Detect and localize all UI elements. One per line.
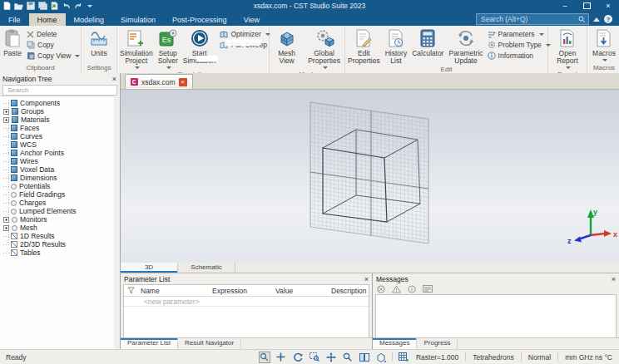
- details-icon[interactable]: [423, 285, 433, 293]
- search-input[interactable]: [479, 14, 578, 24]
- tree-item-wires[interactable]: Wires: [0, 157, 114, 165]
- qat-customize-icon[interactable]: [87, 5, 92, 10]
- parametric-update-button[interactable]: Parametric Update: [447, 27, 484, 66]
- tree-item-groups[interactable]: Groups: [0, 107, 114, 116]
- navigation-tree-close-button[interactable]: ×: [112, 75, 116, 83]
- simulation-project-button[interactable]: Simulation Project: [118, 27, 155, 71]
- history-list-button[interactable]: History List: [384, 27, 409, 66]
- expand-icon[interactable]: [3, 217, 9, 223]
- tab-result-navigator[interactable]: Result Navigator: [178, 338, 241, 349]
- tree-item-potentials[interactable]: Potentials: [0, 182, 114, 190]
- tree-item-anchor-points[interactable]: Anchor Points: [0, 149, 114, 157]
- new-file-icon[interactable]: [3, 2, 11, 10]
- document-tab[interactable]: xsdax.com ×: [125, 74, 193, 89]
- tab-messages[interactable]: Messages: [373, 338, 417, 349]
- raster-icon[interactable]: [398, 352, 409, 363]
- info-filter-icon[interactable]: [408, 285, 416, 293]
- help-icon[interactable]: ?: [604, 15, 612, 23]
- save-all-icon[interactable]: [38, 2, 47, 10]
- tab-modeling[interactable]: Modeling: [66, 13, 113, 26]
- split-view-icon[interactable]: [359, 352, 370, 363]
- copy-button[interactable]: Copy: [27, 41, 80, 49]
- information-button[interactable]: Information: [488, 52, 551, 60]
- tab-simulation[interactable]: Simulation: [112, 13, 164, 26]
- mesh-view-button[interactable]: Mesh View: [270, 27, 303, 66]
- move-icon[interactable]: [275, 352, 287, 363]
- tab-parameter-list[interactable]: Parameter List: [121, 338, 178, 349]
- paste-button[interactable]: Paste: [1, 27, 24, 58]
- column-value[interactable]: Value: [272, 287, 328, 295]
- tree-item-1d-results[interactable]: 1D Results: [0, 232, 114, 240]
- open-folder-icon[interactable]: [14, 2, 23, 10]
- ribbon-search[interactable]: [476, 13, 589, 25]
- tab-3d[interactable]: 3D: [121, 263, 178, 273]
- tree-item-charges[interactable]: Charges: [0, 199, 114, 207]
- delete-button[interactable]: Delete: [27, 30, 80, 38]
- tree-item-wcs[interactable]: WCS: [0, 140, 114, 149]
- close-button[interactable]: ×: [597, 0, 619, 12]
- undo-icon[interactable]: [62, 2, 71, 10]
- pan-icon[interactable]: [325, 352, 337, 363]
- column-name[interactable]: Name: [137, 287, 209, 295]
- tab-view[interactable]: View: [235, 13, 268, 26]
- new-parameter-row[interactable]: <new parameter>: [124, 297, 369, 307]
- tree-item-tables[interactable]: Tables: [0, 248, 114, 257]
- zoom-icon[interactable]: [342, 352, 354, 363]
- calculator-button[interactable]: Calculator: [410, 27, 445, 58]
- tree-item-field-gradings[interactable]: Field Gradings: [0, 190, 114, 199]
- minimize-button[interactable]: –: [554, 0, 576, 12]
- import-icon[interactable]: [51, 2, 59, 10]
- tree-item-faces[interactable]: Faces: [0, 124, 114, 132]
- tab-post-processing[interactable]: Post-Processing: [164, 13, 235, 26]
- redo-icon[interactable]: [74, 2, 82, 10]
- tab-home[interactable]: Home: [29, 13, 66, 26]
- warnings-filter-icon[interactable]: [392, 285, 401, 293]
- open-report-button[interactable]: Open Report: [549, 27, 586, 71]
- document-tab-close-button[interactable]: ×: [179, 78, 187, 86]
- tree-item-materials[interactable]: Materials: [0, 116, 114, 124]
- tree-item-curves[interactable]: Curves: [0, 132, 114, 140]
- errors-filter-icon[interactable]: [377, 285, 385, 293]
- global-properties-button[interactable]: Global Properties: [305, 27, 344, 71]
- expand-icon[interactable]: [3, 225, 9, 231]
- macros-button[interactable]: Macros: [588, 27, 619, 63]
- tab-schematic[interactable]: Schematic: [178, 263, 235, 273]
- status-mode[interactable]: Normal: [527, 353, 552, 362]
- tree-search-box[interactable]: [2, 85, 117, 96]
- maximize-button[interactable]: [576, 0, 597, 12]
- setup-solver-button[interactable]: Es Setup Solver: [156, 27, 180, 71]
- status-mesh-type[interactable]: Tetrahedrons: [471, 353, 516, 362]
- tree-item-dimensions[interactable]: Dimensions: [0, 174, 114, 182]
- status-units[interactable]: mm GHz ns °C: [563, 353, 614, 362]
- tree-item-mesh[interactable]: Mesh: [0, 224, 114, 232]
- expand-icon[interactable]: [3, 109, 9, 115]
- problem-type-button[interactable]: Problem Type: [488, 41, 551, 49]
- tree-item-monitors[interactable]: Monitors: [0, 215, 114, 224]
- column-expression[interactable]: Expression: [209, 287, 272, 295]
- parameter-list-close-button[interactable]: ×: [364, 275, 369, 283]
- column-description[interactable]: Description: [328, 287, 367, 295]
- copy-view-button[interactable]: Copy View: [27, 52, 80, 60]
- rotate-icon[interactable]: [292, 352, 304, 363]
- start-simulation-button[interactable]: Start Simulation: [181, 27, 218, 66]
- filter-icon[interactable]: [124, 287, 137, 294]
- pick-point-icon[interactable]: [259, 352, 270, 363]
- tree-item-lumped-elements[interactable]: Lumped Elements: [0, 207, 114, 215]
- collapse-ribbon-icon[interactable]: [593, 14, 600, 22]
- tree-item-components[interactable]: Components: [0, 99, 114, 107]
- edit-properties-button[interactable]: Edit Properties: [346, 27, 382, 66]
- tree-item-2d3d-results[interactable]: 2D/3D Results: [0, 240, 114, 248]
- zoom-window-icon[interactable]: [309, 352, 320, 363]
- tab-file[interactable]: File: [0, 13, 29, 26]
- parameters-button[interactable]: Parameters: [488, 30, 551, 38]
- messages-close-button[interactable]: ×: [612, 275, 616, 283]
- status-raster[interactable]: Raster=1.000: [414, 353, 460, 362]
- expand-icon[interactable]: [3, 117, 9, 123]
- tree-search-input[interactable]: [6, 86, 114, 95]
- units-button[interactable]: Units: [82, 27, 116, 58]
- tree-item-voxel-data[interactable]: Voxel Data: [0, 165, 114, 174]
- tab-progress[interactable]: Progress: [417, 338, 458, 349]
- optimizer-button[interactable]: Optimizer: [220, 30, 270, 38]
- viewport-3d[interactable]: y x z: [121, 90, 619, 263]
- save-icon[interactable]: [27, 2, 35, 10]
